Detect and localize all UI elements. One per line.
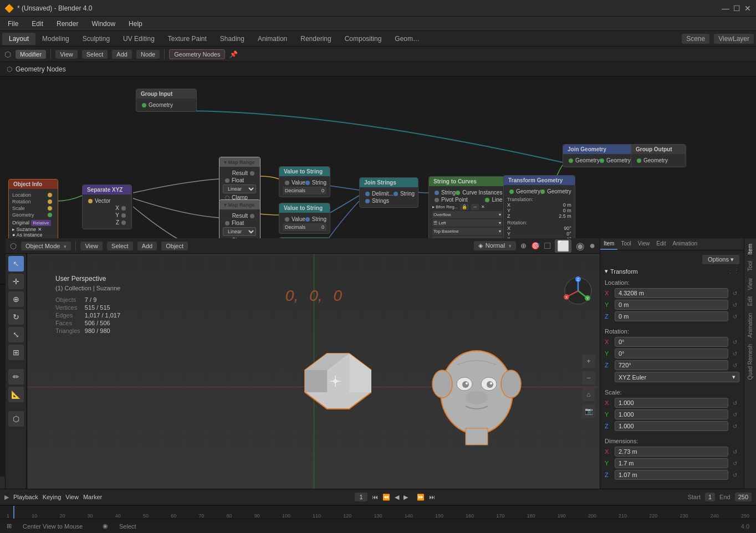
rot-y-value[interactable]: 0° [615, 348, 728, 358]
viewport-shading-material[interactable]: ◉ [576, 240, 585, 252]
tab-animation[interactable]: Animation [670, 238, 701, 250]
frame-display[interactable]: 1 [355, 493, 367, 501]
viewport-shading-dropdown[interactable]: ◈ Normal ▾ [474, 241, 517, 250]
node-join-strings[interactable]: Join Strings Delimit...String Strings [359, 177, 418, 208]
tab-shading[interactable]: Shading [213, 33, 251, 45]
rot-y-reset[interactable]: ↺ [731, 349, 739, 358]
nodetree-selector[interactable]: Geometry Nodes [169, 49, 225, 59]
suzanne-object[interactable] [427, 337, 527, 453]
start-value[interactable]: 1 [705, 493, 715, 501]
map-range-type-1[interactable]: Linear [223, 184, 256, 193]
tab-rendering[interactable]: Rendering [294, 33, 338, 45]
tab-uv-editing[interactable]: UV Editing [116, 33, 161, 45]
loc-x-reset[interactable]: ↺ [731, 289, 739, 298]
tab-animation[interactable]: Animation [251, 33, 294, 45]
tab-compositing[interactable]: Compositing [338, 33, 389, 45]
scale-z-value[interactable]: 1.000 [615, 421, 728, 431]
step-forward-btn[interactable]: ⏩ [417, 494, 425, 501]
tool-annotate[interactable]: ✏ [8, 369, 24, 385]
loc-z-reset[interactable]: ↺ [731, 312, 739, 321]
tool-rotate[interactable]: ↻ [8, 309, 24, 325]
scene-selector[interactable]: Scene [682, 34, 709, 44]
node-node-menu[interactable]: Node [136, 50, 160, 59]
viewport-add-menu[interactable]: Add [137, 242, 157, 250]
dim-z-reset[interactable]: ↺ [731, 470, 739, 479]
dim-x-value[interactable]: 2.73 m [615, 447, 728, 457]
side-animation-label[interactable]: Animation [746, 310, 754, 341]
viewport-mode-dropdown[interactable]: Object Mode ▾ [21, 242, 71, 250]
navigation-gizmo[interactable]: Z Y X [563, 276, 593, 306]
timeline-view-menu[interactable]: View [65, 494, 79, 500]
dim-x-reset[interactable]: ↺ [731, 447, 739, 456]
tab-geom[interactable]: Geom… [388, 33, 426, 45]
menu-help[interactable]: Help [125, 19, 146, 29]
node-value-to-string-1[interactable]: Value to String ValueString Decimals0 [279, 166, 330, 197]
scale-z-reset[interactable]: ↺ [731, 422, 739, 430]
playback-menu[interactable]: Playback [13, 494, 38, 500]
loc-z-value[interactable]: 0 m [615, 311, 728, 321]
side-quadremesh-label[interactable]: Quad Remesh [746, 341, 754, 383]
viewport-shading-wire[interactable]: □ [544, 240, 550, 252]
cube-object[interactable] [299, 348, 371, 420]
menu-window[interactable]: Window [88, 19, 119, 29]
scale-y-value[interactable]: 1.000 [615, 409, 728, 419]
node-join-geometry[interactable]: Join Geometry GeometryGeometry [563, 144, 635, 167]
menu-render[interactable]: Render [53, 19, 81, 29]
node-group-input[interactable]: Group Input Geometry [136, 89, 197, 112]
tool-scale[interactable]: ⤡ [8, 327, 24, 342]
node-group-output[interactable]: Group Output Geometry [631, 144, 686, 167]
side-item-label[interactable]: Item [746, 240, 754, 258]
loc-x-value[interactable]: 4.3208 m [615, 288, 728, 298]
zoom-out-btn[interactable]: − [582, 371, 595, 385]
tab-modeling[interactable]: Modeling [35, 33, 76, 45]
viewlayer-selector[interactable]: ViewLayer [714, 34, 754, 44]
jump-start-btn[interactable]: ⏮ [372, 494, 378, 500]
tool-transform[interactable]: ⊞ [8, 345, 24, 360]
keying-menu[interactable]: Keying [43, 494, 62, 500]
scale-x-reset[interactable]: ↺ [731, 398, 739, 407]
play-btn[interactable]: ▶ [403, 494, 408, 501]
node-add-menu[interactable]: Add [112, 50, 132, 59]
tab-sculpting[interactable]: Sculpting [76, 33, 116, 45]
zoom-in-btn[interactable]: + [582, 355, 595, 368]
viewport[interactable]: ⬡ Object Mode ▾ View Select Add Object ◈… [6, 238, 600, 519]
menu-file[interactable]: File [4, 19, 22, 29]
viewport-3d-content[interactable]: User Perspective (1) Collection | Suzann… [28, 254, 600, 519]
tool-measure[interactable]: 📐 [8, 387, 24, 402]
node-select-menu[interactable]: Select [82, 50, 108, 59]
menu-edit[interactable]: Edit [28, 19, 47, 29]
camera-btn[interactable]: 📷 [582, 404, 595, 418]
prev-frame-btn[interactable]: ◀ [395, 494, 399, 501]
loc-y-reset[interactable]: ↺ [731, 300, 739, 309]
viewport-shading-rendered[interactable]: ● [589, 240, 595, 252]
close-button[interactable]: ✕ [744, 4, 752, 12]
tab-tool[interactable]: Tool [617, 238, 634, 250]
pin-icon[interactable]: 📌 [229, 50, 238, 58]
node-value-to-string-2[interactable]: Value to String ValueString Decimals0 [279, 203, 330, 234]
tool-move[interactable]: ⊕ [8, 291, 24, 307]
node-object-info[interactable]: Object Info Location Rotation Scale Geom… [8, 179, 58, 240]
dim-z-value[interactable]: 1.07 m [615, 470, 728, 480]
dim-y-reset[interactable]: ↺ [731, 459, 739, 468]
tab-texture-paint[interactable]: Texture Paint [161, 33, 213, 45]
tab-view[interactable]: View [635, 238, 653, 250]
options-button[interactable]: Options ▾ [702, 255, 739, 264]
rot-mode-value[interactable]: XYZ Euler▾ [615, 372, 739, 382]
viewport-gizmo-btn[interactable]: 🎯 [531, 242, 540, 250]
side-view-label[interactable]: View [746, 275, 754, 294]
modifier-dropdown[interactable]: Modifier [16, 50, 46, 59]
scale-y-reset[interactable]: ↺ [731, 410, 739, 419]
node-separate-xyz[interactable]: Separate XYZ Vector X Y Z [82, 184, 132, 229]
rot-z-value[interactable]: 720° [615, 360, 728, 370]
step-back-btn[interactable]: ⏪ [382, 494, 390, 501]
minimize-button[interactable]: — [722, 4, 729, 12]
loc-y-value[interactable]: 0 m [615, 300, 728, 310]
tab-layout[interactable]: Layout [2, 33, 35, 45]
viewport-select-menu[interactable]: Select [107, 242, 133, 250]
viewport-view-menu[interactable]: View [80, 242, 103, 250]
side-edit-label[interactable]: Edit [746, 293, 754, 309]
viewport-object-menu[interactable]: Object [161, 242, 188, 250]
scale-x-value[interactable]: 1.000 [615, 398, 728, 408]
rot-x-reset[interactable]: ↺ [731, 337, 739, 346]
tab-item[interactable]: Item [600, 238, 617, 250]
